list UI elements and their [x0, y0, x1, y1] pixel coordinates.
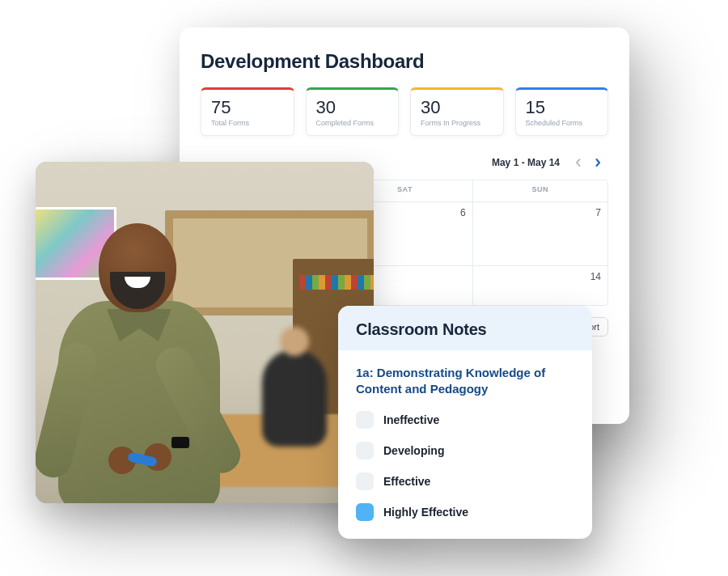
calendar-next-button[interactable]	[590, 155, 605, 170]
stat-total-forms[interactable]: 75 Total Forms	[201, 87, 294, 136]
option-developing[interactable]: Developing	[356, 442, 574, 460]
option-effective[interactable]: Effective	[356, 472, 574, 490]
stat-label: Forms In Progress	[421, 119, 493, 127]
stat-value: 30	[421, 98, 493, 117]
option-ineffective[interactable]: Ineffective	[356, 411, 574, 429]
notes-body: 1a: Demonstrating Knowledge of Content a…	[338, 350, 592, 539]
classroom-notes-card: Classroom Notes 1a: Demonstrating Knowle…	[338, 306, 592, 539]
stat-value: 15	[526, 98, 599, 117]
stats-row: 75 Total Forms 30 Completed Forms 30 For…	[201, 87, 608, 136]
stat-label: Scheduled Forms	[526, 119, 599, 127]
person-illustration	[50, 188, 244, 503]
teacher-photo	[36, 162, 374, 503]
notes-question: 1a: Demonstrating Knowledge of Content a…	[356, 365, 574, 398]
chevron-left-icon	[574, 155, 582, 170]
day-number: 14	[590, 271, 601, 282]
day-number: 7	[595, 207, 601, 218]
calendar-day-cell[interactable]: 7	[472, 202, 607, 265]
stat-value: 75	[211, 98, 284, 117]
option-label: Effective	[383, 475, 430, 488]
notes-title: Classroom Notes	[356, 320, 574, 339]
calendar-day-cell[interactable]: 14	[472, 266, 607, 305]
day-number: 6	[460, 207, 466, 218]
stat-label: Total Forms	[211, 119, 284, 127]
checkbox-icon	[356, 442, 374, 460]
option-label: Developing	[383, 444, 444, 457]
calendar-nav	[571, 155, 605, 170]
option-label: Highly Effective	[383, 506, 468, 519]
checkbox-icon	[356, 472, 374, 490]
dashboard-title: Development Dashboard	[201, 50, 608, 73]
stat-label: Completed Forms	[316, 119, 389, 127]
calendar-prev-button[interactable]	[571, 155, 586, 170]
option-highly-effective[interactable]: Highly Effective	[356, 503, 574, 521]
stat-completed-forms[interactable]: 30 Completed Forms	[306, 87, 400, 136]
stat-scheduled-forms[interactable]: 15 Scheduled Forms	[515, 87, 609, 136]
weekday-sun: SUN	[472, 180, 607, 201]
chevron-right-icon	[594, 155, 602, 170]
checkbox-icon	[356, 411, 374, 429]
stat-value: 30	[316, 98, 389, 117]
calendar-date-range: May 1 - May 14	[492, 157, 560, 168]
notes-header: Classroom Notes	[338, 306, 592, 350]
stat-forms-in-progress[interactable]: 30 Forms In Progress	[410, 87, 504, 136]
option-label: Ineffective	[383, 413, 439, 426]
checkbox-icon	[356, 503, 374, 521]
